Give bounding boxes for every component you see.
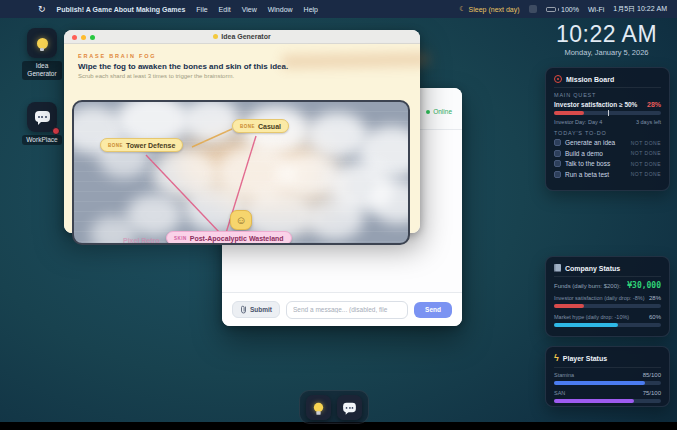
icon-label: WorkPlace	[22, 135, 61, 145]
online-status-badge: Online	[426, 108, 452, 115]
mission-board-panel: Mission Board MAIN QUEST Investor satisf…	[545, 67, 670, 191]
todo-item: Talk to the boss NOT DONE	[554, 160, 661, 167]
menubar-clock[interactable]: 1月5日 10:22 AM	[613, 4, 667, 14]
chat-bubble-icon	[343, 402, 356, 411]
todo-checkbox	[554, 171, 561, 178]
system-logo-icon[interactable]: ↻	[38, 4, 46, 14]
brain-fog-canvas[interactable]: BONE Tower Defense BONE Casual SKIN Post…	[72, 100, 410, 245]
notification-badge	[52, 127, 60, 135]
metric-label: Stamina	[554, 372, 574, 378]
todo-status: NOT DONE	[631, 171, 661, 177]
quest-value: 28%	[647, 101, 661, 108]
quest-label: Investor satisfaction ≥ 50%	[554, 101, 637, 108]
dock	[299, 390, 369, 424]
battery-icon	[546, 7, 556, 12]
menu-help[interactable]: Help	[304, 6, 318, 13]
window-title: Idea Generator	[213, 33, 270, 40]
lightbulb-icon[interactable]	[27, 28, 57, 58]
desktop-icon-column: Idea Generator WorkPlace	[22, 28, 62, 145]
building-icon	[554, 264, 561, 272]
metric-value: 85/100	[643, 372, 661, 378]
desktop-icon-idea-generator[interactable]: Idea Generator	[22, 28, 62, 80]
menu-file[interactable]: File	[196, 6, 207, 13]
player-status-panel: ϟ Player Status Stamina 85/100 SAN 75/10…	[545, 346, 670, 407]
instruction-subtext: Scrub each shard at least 3 times to tri…	[78, 73, 406, 79]
investor-day-label: Investor Day: Day 4	[554, 119, 602, 125]
dock-item-idea-generator[interactable]	[306, 395, 331, 420]
zoom-button[interactable]	[90, 35, 95, 40]
battery-status[interactable]: 100%	[546, 6, 579, 13]
menu-window[interactable]: Window	[268, 6, 293, 13]
tag-post-apocalyptic-wasteland[interactable]: SKIN Post-Apocalyptic Wasteland	[166, 231, 292, 245]
paperclip-icon	[240, 305, 247, 314]
todo-checkbox	[554, 160, 561, 167]
window-title-icon	[213, 34, 218, 39]
online-dot-icon	[426, 110, 430, 114]
quest-progress-bar	[554, 111, 661, 115]
section-todo: TODAY'S TO-DO	[554, 130, 661, 136]
market-hype-bar	[554, 323, 661, 327]
emoji-sticker[interactable]: ☺	[230, 210, 252, 230]
tag-casual[interactable]: BONE Casual	[232, 119, 289, 133]
funds-value: ¥30,000	[627, 281, 661, 290]
chat-bubble-icon[interactable]	[27, 102, 57, 132]
menu-edit[interactable]: Edit	[219, 6, 231, 13]
todo-item: Run a beta test NOT DONE	[554, 171, 661, 178]
wifi-status[interactable]: Wi-Fi	[588, 6, 604, 13]
days-left-label: 3 days left	[636, 119, 661, 125]
message-input[interactable]	[286, 301, 408, 319]
todo-item: Build a demo NOT DONE	[554, 150, 661, 157]
clock-time: 10:22 AM	[543, 22, 670, 47]
desktop: ↻ Publish! A Game About Making Games Fil…	[0, 0, 677, 430]
tag-pixel-retro[interactable]: Pixel Retro	[116, 234, 167, 245]
metric-label: Market hype (daily drop: -10%)	[554, 314, 629, 320]
app-name[interactable]: Publish! A Game About Making Games	[57, 6, 186, 13]
idea-generator-window: Idea Generator ERASE BRAIN FOG Wipe the …	[64, 30, 420, 233]
send-button[interactable]: Send	[414, 302, 452, 318]
todo-checkbox	[554, 150, 561, 157]
quest-target-marker	[608, 110, 610, 116]
clock-date: Monday, January 5, 2026	[543, 48, 670, 57]
input-source-icon[interactable]	[529, 5, 537, 13]
submit-button[interactable]: Submit	[232, 301, 280, 318]
metric-value: 60%	[649, 314, 661, 320]
section-main-quest: MAIN QUEST	[554, 92, 661, 98]
target-icon	[554, 75, 562, 83]
blurred-scribble	[282, 53, 430, 69]
desktop-icon-workplace[interactable]: WorkPlace	[22, 102, 61, 145]
todo-status: NOT DONE	[631, 140, 661, 146]
player-status-header: ϟ Player Status	[554, 354, 661, 368]
todo-item: Generate an idea NOT DONE	[554, 139, 661, 146]
stamina-bar	[554, 381, 661, 385]
dock-item-workplace[interactable]	[337, 395, 362, 420]
minimize-button[interactable]	[81, 35, 86, 40]
todo-checkbox	[554, 139, 561, 146]
funds-label: Funds (daily burn: $200):	[554, 283, 621, 289]
company-status-panel: Company Status Funds (daily burn: $200):…	[545, 256, 670, 337]
metric-value: 28%	[649, 295, 661, 301]
window-titlebar[interactable]: Idea Generator	[64, 30, 420, 44]
chat-input-bar: Submit Send	[222, 292, 462, 326]
menu-view[interactable]: View	[242, 6, 257, 13]
moon-icon: ☾	[459, 5, 465, 13]
icon-label: Idea Generator	[22, 61, 62, 80]
close-button[interactable]	[72, 35, 77, 40]
san-bar	[554, 399, 661, 403]
idea-window-content: ERASE BRAIN FOG Wipe the fog to awaken t…	[64, 44, 420, 233]
clock-widget: 10:22 AM Monday, January 5, 2026	[543, 22, 670, 57]
metric-label: SAN	[554, 390, 565, 396]
company-status-header: Company Status	[554, 264, 661, 277]
metric-label: Investor satisfaction (daily drop: -8%)	[554, 295, 644, 301]
lightning-icon: ϟ	[554, 354, 559, 363]
sleep-status[interactable]: ☾ Sleep (next day)	[459, 5, 519, 13]
investor-satisfaction-bar	[554, 304, 661, 308]
lightbulb-icon	[314, 402, 323, 411]
metric-value: 75/100	[643, 390, 661, 396]
todo-status: NOT DONE	[631, 161, 661, 167]
todo-status: NOT DONE	[631, 150, 661, 156]
mission-board-header: Mission Board	[554, 75, 661, 88]
menu-bar: ↻ Publish! A Game About Making Games Fil…	[0, 0, 677, 18]
tag-tower-defense[interactable]: BONE Tower Defense	[100, 138, 183, 152]
